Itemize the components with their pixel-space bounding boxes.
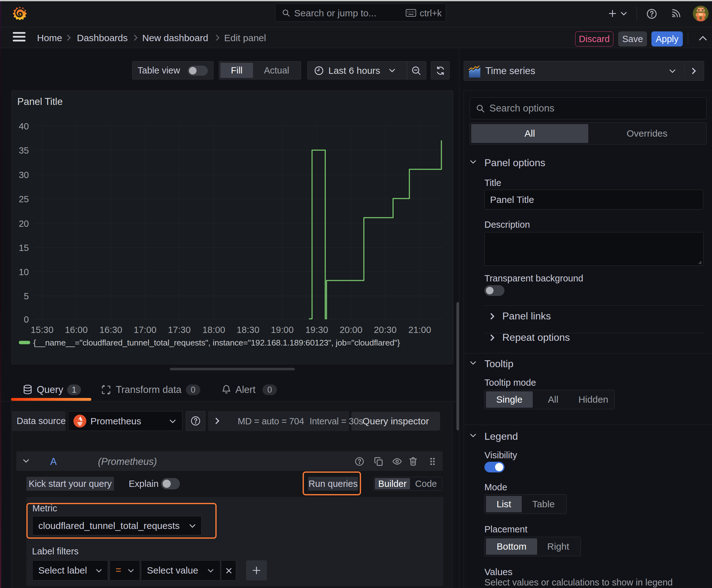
svg-text:15:30: 15:30 bbox=[31, 325, 54, 335]
svg-text:0: 0 bbox=[24, 314, 29, 324]
svg-text:19:00: 19:00 bbox=[271, 325, 294, 335]
svg-text:15: 15 bbox=[19, 243, 29, 253]
svg-text:20: 20 bbox=[19, 218, 29, 229]
svg-text:16:00: 16:00 bbox=[65, 325, 88, 335]
svg-text:10: 10 bbox=[19, 267, 29, 277]
svg-text:40: 40 bbox=[19, 121, 29, 131]
svg-text:35: 35 bbox=[19, 145, 29, 155]
svg-text:30: 30 bbox=[19, 170, 29, 180]
svg-text:{__name__="cloudflared_tunnel_: {__name__="cloudflared_tunnel_total_requ… bbox=[33, 338, 400, 348]
svg-text:17:00: 17:00 bbox=[134, 325, 157, 335]
svg-text:20:30: 20:30 bbox=[374, 325, 397, 335]
svg-text:20:00: 20:00 bbox=[340, 325, 363, 335]
svg-text:17:30: 17:30 bbox=[168, 325, 191, 335]
svg-text:18:30: 18:30 bbox=[237, 325, 260, 335]
svg-text:18:00: 18:00 bbox=[202, 325, 225, 335]
svg-text:21:00: 21:00 bbox=[408, 325, 431, 335]
svg-text:25: 25 bbox=[19, 194, 29, 204]
svg-text:19:30: 19:30 bbox=[305, 325, 328, 335]
svg-text:5: 5 bbox=[24, 291, 29, 301]
svg-text:16:30: 16:30 bbox=[100, 325, 123, 335]
